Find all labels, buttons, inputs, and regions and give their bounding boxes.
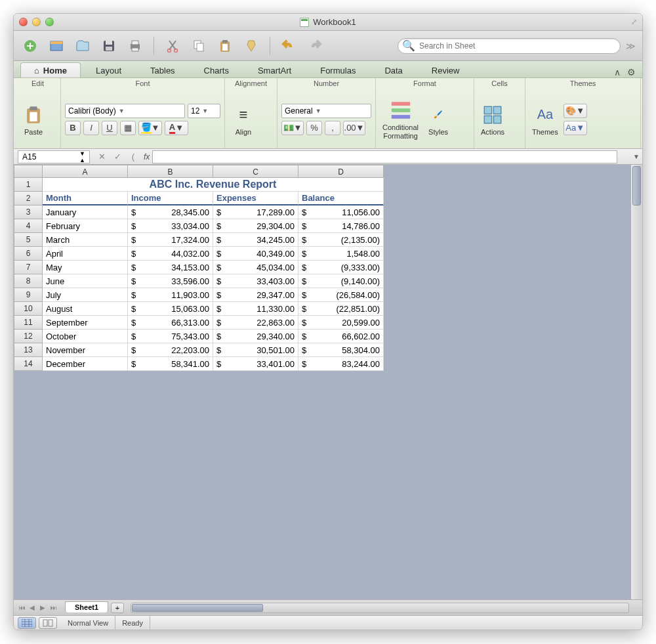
styles-button[interactable]: 🖌️Styles bbox=[424, 102, 453, 137]
add-sheet-button[interactable]: + bbox=[111, 603, 124, 613]
row-header-6[interactable]: 6 bbox=[14, 247, 43, 261]
tab-review[interactable]: Review bbox=[418, 62, 474, 77]
currency-button[interactable]: 💵▼ bbox=[281, 121, 304, 135]
select-all-corner[interactable] bbox=[14, 165, 43, 178]
number-format-dropdown[interactable]: General▼ bbox=[281, 104, 371, 118]
cell-balance[interactable]: $20,599.00 bbox=[298, 316, 384, 330]
save-button[interactable] bbox=[99, 36, 119, 56]
cell-balance[interactable]: $(9,140.00) bbox=[298, 274, 384, 288]
cell-income[interactable]: $15,063.00 bbox=[128, 302, 213, 316]
cell-income[interactable]: $33,596.00 bbox=[128, 274, 213, 288]
cell-income[interactable]: $28,345.00 bbox=[128, 205, 213, 219]
tab-smartart[interactable]: SmartArt bbox=[244, 62, 305, 77]
search-input[interactable] bbox=[419, 41, 616, 51]
cell-expenses[interactable]: $45,034.00 bbox=[213, 261, 298, 274]
first-sheet-button[interactable]: ⏮ bbox=[19, 604, 28, 611]
cell-income[interactable]: $11,903.00 bbox=[128, 288, 213, 302]
cell-balance[interactable]: $1,548.00 bbox=[298, 247, 384, 261]
collapse-ribbon-button[interactable]: ∧ bbox=[614, 67, 621, 77]
copy-button[interactable] bbox=[189, 36, 209, 56]
toolbar-overflow-button[interactable]: ≫ bbox=[626, 41, 636, 51]
cell-expenses[interactable]: $34,245.00 bbox=[213, 233, 298, 247]
cell-expenses[interactable]: $33,401.00 bbox=[213, 357, 298, 371]
row-header-14[interactable]: 14 bbox=[14, 357, 43, 371]
border-button[interactable]: ▦ bbox=[120, 121, 136, 135]
cell-month[interactable]: February bbox=[43, 219, 128, 233]
cell-income[interactable]: $66,313.00 bbox=[128, 316, 213, 330]
row-header-8[interactable]: 8 bbox=[14, 274, 43, 288]
cell-expenses[interactable]: $11,330.00 bbox=[213, 302, 298, 316]
cell-income[interactable]: $22,203.00 bbox=[128, 343, 213, 357]
search-box[interactable]: 🔍 bbox=[398, 38, 621, 54]
row-header-2[interactable]: 2 bbox=[14, 192, 43, 205]
tab-data[interactable]: Data bbox=[371, 62, 416, 77]
ribbon-settings-button[interactable]: ⚙ bbox=[627, 67, 636, 77]
row-header-11[interactable]: 11 bbox=[14, 316, 43, 330]
row-header-12[interactable]: 12 bbox=[14, 330, 43, 343]
cell-income[interactable]: $44,032.00 bbox=[128, 247, 213, 261]
cell-balance[interactable]: $14,786.00 bbox=[298, 219, 384, 233]
cell-month[interactable]: November bbox=[43, 343, 128, 357]
cell-balance[interactable]: $(9,333.00) bbox=[298, 261, 384, 274]
cell-balance[interactable]: $(22,851.00) bbox=[298, 302, 384, 316]
cut-button[interactable] bbox=[163, 36, 182, 56]
normal-view-button[interactable] bbox=[18, 617, 36, 629]
cell-balance[interactable]: $(26,584.00) bbox=[298, 288, 384, 302]
fill-color-button[interactable]: 🪣▼ bbox=[138, 121, 162, 135]
sheet-tab-1[interactable]: Sheet1 bbox=[65, 601, 108, 612]
cell-month[interactable]: April bbox=[43, 247, 128, 261]
tab-layout[interactable]: Layout bbox=[82, 62, 135, 77]
cell-income[interactable]: $58,341.00 bbox=[128, 357, 213, 371]
cell-month[interactable]: July bbox=[43, 288, 128, 302]
tab-formulas[interactable]: Formulas bbox=[306, 62, 369, 77]
cell-income[interactable]: $17,324.00 bbox=[128, 233, 213, 247]
theme-fonts-button[interactable]: Aa▼ bbox=[564, 121, 587, 135]
tab-charts[interactable]: Charts bbox=[190, 62, 243, 77]
col-header-C[interactable]: C bbox=[213, 165, 298, 178]
font-size-dropdown[interactable]: 12▼ bbox=[188, 104, 220, 118]
row-header-3[interactable]: 3 bbox=[14, 205, 43, 219]
cell-expenses[interactable]: $33,403.00 bbox=[213, 274, 298, 288]
formula-bar-expand[interactable]: ▼ bbox=[630, 153, 642, 160]
bold-button[interactable]: B bbox=[65, 121, 81, 135]
row-header-10[interactable]: 10 bbox=[14, 302, 43, 316]
cell-balance[interactable]: $83,244.00 bbox=[298, 357, 384, 371]
cell-expenses[interactable]: $30,501.00 bbox=[213, 343, 298, 357]
cell-balance[interactable]: $11,056.00 bbox=[298, 205, 384, 219]
cancel-formula-button[interactable]: ✕ bbox=[95, 150, 108, 163]
print-button[interactable] bbox=[125, 36, 145, 56]
decimal-button[interactable]: .00▼ bbox=[343, 121, 365, 135]
paste-button[interactable] bbox=[215, 36, 235, 56]
header-cell-balance[interactable]: Balance bbox=[298, 192, 384, 205]
header-cell-expenses[interactable]: Expenses bbox=[213, 192, 298, 205]
undo-button[interactable] bbox=[279, 36, 298, 56]
cell-month[interactable]: May bbox=[43, 261, 128, 274]
horizontal-scrollbar-thumb[interactable] bbox=[132, 604, 263, 612]
cell-income[interactable]: $34,153.00 bbox=[128, 261, 213, 274]
next-sheet-button[interactable]: ▶ bbox=[40, 604, 49, 611]
underline-button[interactable]: U bbox=[102, 121, 117, 135]
col-header-D[interactable]: D bbox=[298, 165, 384, 178]
percent-button[interactable]: % bbox=[306, 121, 322, 135]
horizontal-scrollbar[interactable] bbox=[131, 603, 629, 613]
col-header-A[interactable]: A bbox=[43, 165, 128, 178]
cell-month[interactable]: October bbox=[43, 330, 128, 343]
cell-expenses[interactable]: $29,304.00 bbox=[213, 219, 298, 233]
redo-button[interactable] bbox=[305, 36, 325, 56]
cell-month[interactable]: March bbox=[43, 233, 128, 247]
cell-month[interactable]: December bbox=[43, 357, 128, 371]
cell-month[interactable]: August bbox=[43, 302, 128, 316]
name-box[interactable]: A15▼▲ bbox=[18, 150, 90, 163]
themes-button[interactable]: AaThemes bbox=[529, 102, 561, 137]
cell-month[interactable]: January bbox=[43, 205, 128, 219]
format-painter-button[interactable] bbox=[241, 36, 261, 56]
row-header-7[interactable]: 7 bbox=[14, 261, 43, 274]
actions-button[interactable]: Actions bbox=[478, 102, 507, 137]
row-header-9[interactable]: 9 bbox=[14, 288, 43, 302]
font-color-button[interactable]: A▼ bbox=[165, 121, 188, 135]
conditional-formatting-button[interactable]: Conditional Formatting bbox=[380, 97, 421, 140]
theme-colors-button[interactable]: 🎨▼ bbox=[564, 104, 587, 118]
cell-balance[interactable]: $66,602.00 bbox=[298, 330, 384, 343]
align-dropdown[interactable]: ≡Align bbox=[229, 102, 258, 137]
cell-expenses[interactable]: $40,349.00 bbox=[213, 247, 298, 261]
